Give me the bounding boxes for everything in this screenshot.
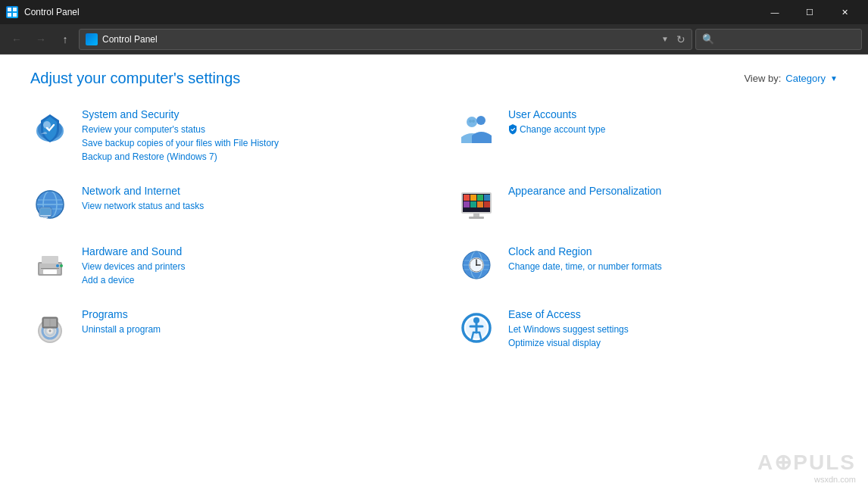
category-system-security: System and Security Review your computer… [30, 108, 411, 164]
programs-icon [30, 308, 70, 348]
svg-point-6 [43, 121, 51, 129]
svg-point-9 [469, 120, 472, 123]
svg-rect-28 [477, 201, 483, 207]
svg-rect-34 [42, 256, 58, 264]
system-security-link-3[interactable]: Backup and Restore (Windows 7) [82, 150, 411, 164]
svg-rect-29 [484, 201, 490, 207]
up-button[interactable]: ↑ [55, 29, 76, 50]
categories-grid: System and Security Review your computer… [30, 108, 838, 371]
category-user-accounts: User Accounts Change account type [457, 108, 838, 164]
network-link-1[interactable]: View network status and tasks [82, 199, 411, 213]
clock-icon [457, 245, 496, 285]
titlebar: Control Panel — ☐ ✕ [0, 0, 868, 24]
category-network: Network and Internet View network status… [30, 185, 411, 224]
svg-point-38 [60, 264, 63, 267]
svg-point-7 [467, 117, 477, 127]
main-content: Adjust your computer's settings View by:… [0, 55, 868, 496]
view-by-arrow-icon[interactable]: ▼ [830, 74, 838, 83]
category-ease-access: Ease of Access Let Windows suggest setti… [457, 308, 838, 350]
ease-access-title[interactable]: Ease of Access [508, 308, 838, 320]
clock-title[interactable]: Clock and Region [508, 245, 838, 257]
hardware-text: Hardware and Sound View devices and prin… [82, 245, 411, 287]
svg-point-37 [56, 264, 59, 267]
svg-rect-31 [469, 217, 484, 219]
user-accounts-title[interactable]: User Accounts [508, 108, 838, 120]
svg-point-10 [472, 120, 475, 123]
system-security-link-2[interactable]: Save backup copies of your files with Fi… [82, 136, 411, 150]
svg-rect-26 [464, 201, 470, 207]
address-icon [86, 33, 98, 45]
titlebar-left: Control Panel [6, 6, 80, 18]
ease-access-icon [457, 308, 496, 348]
app-icon [6, 6, 18, 18]
address-bar[interactable]: Control Panel ▼ ↻ [79, 29, 692, 50]
user-accounts-icon [457, 108, 496, 148]
ease-access-link-1[interactable]: Let Windows suggest settings [508, 323, 838, 336]
programs-text: Programs Uninstall a program [82, 308, 411, 336]
svg-rect-25 [484, 195, 490, 201]
navbar: ← → ↑ Control Panel ▼ ↻ 🔍 [0, 24, 868, 55]
view-by-control: View by: Category ▼ [744, 73, 838, 84]
hardware-link-1[interactable]: View devices and printers [82, 260, 411, 273]
view-by-dropdown[interactable]: Category [785, 73, 826, 84]
svg-rect-36 [41, 268, 59, 269]
maximize-button[interactable]: ☐ [792, 0, 827, 24]
clock-text: Clock and Region Change date, time, or n… [508, 245, 838, 273]
view-by-label: View by: [744, 73, 781, 84]
svg-rect-2 [8, 13, 11, 17]
change-account-shield-row: Change account type [508, 123, 838, 136]
system-security-icon [30, 108, 70, 148]
network-text: Network and Internet View network status… [82, 185, 411, 213]
network-icon [30, 185, 70, 224]
svg-point-55 [48, 329, 52, 332]
svg-rect-24 [477, 195, 483, 201]
system-security-text: System and Security Review your computer… [82, 108, 411, 164]
category-appearance: Appearance and Personalization [457, 185, 838, 224]
back-button[interactable]: ← [6, 29, 27, 50]
address-text: Control Panel [102, 34, 657, 45]
page-header: Adjust your computer's settings View by:… [30, 70, 838, 87]
change-account-type-link[interactable]: Change account type [520, 123, 605, 136]
svg-rect-0 [8, 8, 11, 11]
programs-link-1[interactable]: Uninstall a program [82, 323, 411, 336]
window-title: Control Panel [24, 7, 80, 17]
appearance-icon [457, 185, 496, 224]
hardware-title[interactable]: Hardware and Sound [82, 245, 411, 257]
svg-rect-19 [43, 217, 48, 218]
ease-access-link-2[interactable]: Optimize visual display [508, 336, 838, 350]
network-title[interactable]: Network and Internet [82, 185, 411, 197]
user-accounts-text: User Accounts Change account type [508, 108, 838, 136]
watermark-url: wsxdn.com [757, 475, 856, 484]
close-button[interactable]: ✕ [827, 0, 862, 24]
category-programs: Programs Uninstall a program [30, 308, 411, 350]
page-title: Adjust your computer's settings [30, 70, 240, 87]
watermark-logo: A⊕PULS [757, 450, 856, 475]
svg-rect-30 [473, 214, 479, 217]
ease-access-text: Ease of Access Let Windows suggest setti… [508, 308, 838, 350]
watermark: A⊕PULS wsxdn.com [757, 450, 856, 484]
titlebar-controls: — ☐ ✕ [757, 0, 862, 24]
svg-rect-1 [13, 8, 17, 11]
appearance-text: Appearance and Personalization [508, 185, 838, 199]
svg-point-49 [476, 264, 477, 266]
category-clock: Clock and Region Change date, time, or n… [457, 245, 838, 287]
search-bar[interactable]: 🔍 [695, 29, 862, 50]
shield-icon [508, 124, 517, 135]
forward-button[interactable]: → [30, 29, 52, 50]
svg-point-8 [476, 116, 486, 125]
svg-rect-18 [40, 208, 51, 215]
programs-title[interactable]: Programs [82, 308, 411, 320]
svg-rect-3 [13, 13, 17, 17]
search-icon: 🔍 [702, 33, 714, 45]
clock-link-1[interactable]: Change date, time, or number formats [508, 260, 838, 273]
address-dropdown-icon[interactable]: ▼ [661, 35, 669, 43]
hardware-link-2[interactable]: Add a device [82, 273, 411, 287]
svg-rect-22 [464, 195, 470, 201]
hardware-icon [30, 245, 70, 285]
refresh-button[interactable]: ↻ [676, 33, 685, 45]
system-security-link-1[interactable]: Review your computer's status [82, 123, 411, 136]
svg-rect-23 [470, 195, 476, 201]
system-security-title[interactable]: System and Security [82, 108, 411, 120]
minimize-button[interactable]: — [757, 0, 792, 24]
appearance-title[interactable]: Appearance and Personalization [508, 185, 838, 197]
